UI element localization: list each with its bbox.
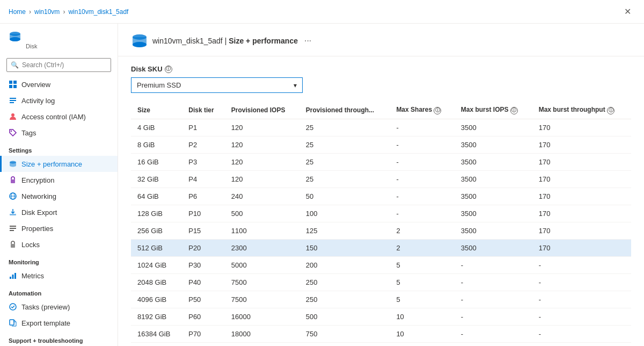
table-row[interactable]: 8192 GiB P60 16000 500 10 - - — [131, 308, 631, 325]
max-shares-info-icon[interactable]: ⓘ — [434, 107, 441, 114]
table-row[interactable]: 8 GiB P2 120 25 - 3500 170 — [131, 136, 631, 153]
cell-throughput: 250 — [299, 273, 390, 291]
close-button[interactable]: ✕ — [620, 4, 635, 19]
cell-max-shares: - — [390, 136, 454, 153]
svg-rect-22 — [12, 275, 14, 279]
breadcrumb-vm[interactable]: win10vm — [34, 8, 60, 16]
sidebar-item-metrics[interactable]: Metrics — [0, 268, 118, 284]
breadcrumb-disk[interactable]: win10vm_disk1_5adf — [68, 8, 128, 16]
cell-burst-iops: 3500 — [455, 119, 532, 136]
sidebar-label-disk-export: Disk Export — [21, 208, 57, 217]
sidebar-item-encryption[interactable]: Encryption — [0, 172, 118, 188]
sidebar-label-size-performance: Size + performance — [21, 160, 82, 168]
cell-tier: P10 — [182, 205, 225, 222]
sidebar-item-tasks[interactable]: Tasks (preview) — [0, 299, 118, 315]
table-row[interactable]: 64 GiB P6 240 50 - 3500 170 — [131, 188, 631, 205]
breadcrumb-home[interactable]: Home — [9, 8, 26, 16]
disk-sku-info-icon[interactable]: ⓘ — [165, 66, 172, 73]
disk-sku-label: Disk SKU — [131, 65, 163, 73]
sidebar-item-overview[interactable]: Overview — [0, 76, 118, 92]
cell-size: 1024 GiB — [131, 256, 182, 273]
content-body: Disk SKU ⓘ Premium SSD ▾ Size Disk tier … — [118, 56, 644, 346]
cell-burst-throughput: 170 — [532, 239, 631, 256]
cell-iops: 7500 — [225, 273, 299, 291]
cell-max-shares: - — [390, 153, 454, 170]
cell-burst-throughput: 170 — [532, 222, 631, 239]
size-performance-icon — [9, 160, 17, 168]
cell-tier: P15 — [182, 222, 225, 239]
sidebar-item-activity-log[interactable]: Activity log — [0, 92, 118, 109]
cell-max-shares: 5 — [390, 256, 454, 273]
disk-sku-dropdown[interactable]: Premium SSD ▾ — [131, 77, 303, 93]
table-row[interactable]: 2048 GiB P40 7500 250 5 - - — [131, 273, 631, 291]
burst-iops-info-icon[interactable]: ⓘ — [510, 107, 518, 114]
sidebar-item-tags[interactable]: Tags — [0, 125, 118, 141]
cell-max-shares: 10 — [390, 342, 454, 346]
col-header-burst-throughput: Max burst throughput ⓘ — [532, 102, 631, 119]
table-row[interactable]: 512 GiB P20 2300 150 2 3500 170 — [131, 239, 631, 256]
cell-size: 64 GiB — [131, 188, 182, 205]
cell-throughput: 25 — [299, 153, 390, 170]
sidebar-nav: Overview Activity log Access control (IA… — [0, 76, 118, 346]
svg-rect-25 — [10, 320, 14, 325]
svg-point-9 — [11, 113, 14, 117]
resource-title — [9, 30, 109, 43]
svg-rect-19 — [10, 230, 14, 231]
sidebar-label-encryption: Encryption — [21, 176, 54, 184]
svg-rect-3 — [13, 81, 17, 84]
sidebar-label-metrics: Metrics — [21, 272, 44, 280]
table-row[interactable]: 4096 GiB P50 7500 250 5 - - — [131, 291, 631, 308]
more-options-button[interactable]: ··· — [302, 34, 313, 48]
sidebar-label-access-control: Access control (IAM) — [21, 113, 86, 121]
table-row[interactable]: 32767 GiB P80 20000 900 10 - - — [131, 342, 631, 346]
support-section-header: Support + troubleshooting — [0, 331, 118, 346]
cell-iops: 120 — [225, 136, 299, 153]
sidebar-item-access-control[interactable]: Access control (IAM) — [0, 109, 118, 125]
svg-rect-8 — [10, 102, 14, 103]
cell-tier: P2 — [182, 136, 225, 153]
cell-throughput: 125 — [299, 222, 390, 239]
cell-max-shares: 5 — [390, 273, 454, 291]
cell-burst-throughput: - — [532, 256, 631, 273]
cell-throughput: 900 — [299, 342, 390, 346]
sidebar: Disk 🔍 Overview Activity log — [0, 24, 118, 346]
cell-tier: P70 — [182, 325, 225, 342]
table-row[interactable]: 16384 GiB P70 18000 750 10 - - — [131, 325, 631, 342]
page-title-container: win10vm_disk1_5adf | Size + performance — [152, 37, 298, 45]
table-row[interactable]: 4 GiB P1 120 25 - 3500 170 — [131, 119, 631, 136]
table-row[interactable]: 1024 GiB P30 5000 200 5 - - — [131, 256, 631, 273]
table-row[interactable]: 128 GiB P10 500 100 - 3500 170 — [131, 205, 631, 222]
breadcrumb-sep-1: › — [29, 8, 31, 16]
sidebar-item-networking[interactable]: Networking — [0, 188, 118, 204]
table-row[interactable]: 32 GiB P4 120 25 - 3500 170 — [131, 170, 631, 188]
sidebar-item-locks[interactable]: Locks — [0, 236, 118, 253]
tags-icon — [9, 128, 17, 137]
cell-throughput: 25 — [299, 136, 390, 153]
breadcrumb-sep-2: › — [63, 8, 65, 16]
breadcrumb-bar: Home › win10vm › win10vm_disk1_5adf ✕ — [0, 0, 644, 24]
col-header-size: Size — [131, 102, 182, 119]
burst-throughput-info-icon[interactable]: ⓘ — [607, 107, 614, 114]
svg-point-1 — [10, 37, 20, 41]
disk-icon — [9, 30, 21, 43]
cell-iops: 2300 — [225, 239, 299, 256]
table-row[interactable]: 256 GiB P15 1100 125 2 3500 170 — [131, 222, 631, 239]
cell-iops: 240 — [225, 188, 299, 205]
sidebar-label-locks: Locks — [21, 241, 40, 249]
sidebar-item-disk-export[interactable]: Disk Export — [0, 204, 118, 220]
cell-burst-iops: - — [455, 325, 532, 342]
cell-size: 32 GiB — [131, 170, 182, 188]
cell-size: 16384 GiB — [131, 325, 182, 342]
sidebar-item-size-performance[interactable]: Size + performance — [0, 156, 118, 172]
search-input[interactable] — [6, 58, 111, 72]
sidebar-item-export-template[interactable]: Export template — [0, 315, 118, 331]
cell-burst-iops: 3500 — [455, 188, 532, 205]
cell-tier: P30 — [182, 256, 225, 273]
sidebar-label-tags: Tags — [21, 129, 36, 137]
table-row[interactable]: 16 GiB P3 120 25 - 3500 170 — [131, 153, 631, 170]
cell-tier: P4 — [182, 170, 225, 188]
cell-iops: 20000 — [225, 342, 299, 346]
monitoring-section-header: Monitoring — [0, 253, 118, 268]
cell-burst-throughput: 170 — [532, 153, 631, 170]
sidebar-item-properties[interactable]: Properties — [0, 220, 118, 236]
